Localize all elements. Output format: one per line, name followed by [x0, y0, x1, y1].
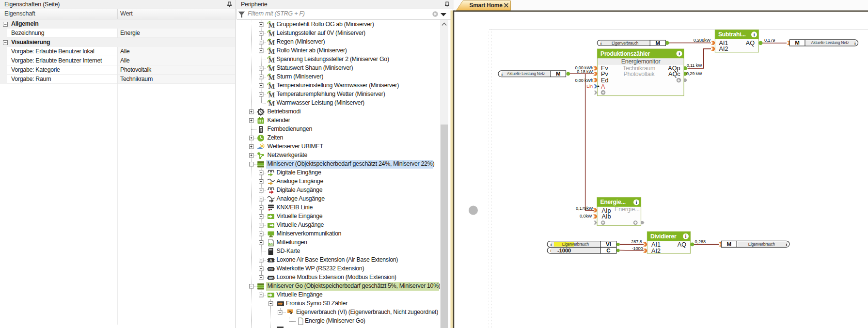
svg-text:AQ: AQ [678, 241, 686, 248]
svg-text:0,179kW: 0,179kW [576, 206, 593, 211]
svg-text:Produktionszähler: Produktionszähler [600, 50, 650, 57]
svg-text:M: M [268, 30, 275, 37]
svg-text:M: M [268, 39, 275, 46]
svg-text:M: M [268, 47, 275, 55]
svg-text:M: M [268, 65, 275, 72]
svg-text:AI1: AI1 [651, 241, 661, 248]
svg-text:MB: MB [269, 276, 274, 279]
svg-text:A: A [601, 83, 605, 90]
svg-text:M: M [268, 21, 275, 29]
svg-text:Energie...: Energie... [600, 199, 626, 205]
svg-text:AQc: AQc [668, 71, 680, 78]
svg-text:0,00 kWh: 0,00 kWh [575, 78, 593, 83]
svg-text:C: C [606, 248, 610, 253]
svg-text:AIb: AIb [602, 213, 611, 220]
svg-text:0,288: 0,288 [695, 239, 706, 244]
svg-text:Energie...: Energie... [615, 206, 640, 213]
svg-text:LOG: LOG [268, 243, 273, 245]
svg-text:0,18 kW: 0,18 kW [577, 69, 593, 74]
svg-text:Aktuelle Leistung Netz: Aktuelle Leistung Netz [811, 41, 849, 45]
svg-text:-1000: -1000 [632, 246, 643, 251]
svg-text:M: M [655, 40, 660, 46]
svg-text:-1000: -1000 [557, 248, 571, 253]
svg-text:Photovoltaik: Photovoltaik [624, 71, 655, 78]
svg-text:i: i [679, 51, 680, 56]
svg-text:Eigenverbrauch: Eigenverbrauch [748, 242, 775, 247]
svg-text:-287,8: -287,8 [630, 239, 642, 244]
svg-text:M: M [268, 74, 275, 81]
svg-text:i: i [685, 234, 687, 239]
svg-text:Eigenverbrauch: Eigenverbrauch [562, 242, 589, 247]
svg-text:A: A [269, 258, 272, 263]
svg-text:AI2: AI2 [651, 248, 661, 254]
svg-text:M: M [268, 100, 275, 107]
svg-text:M: M [726, 241, 731, 247]
svg-text:VI: VI [606, 241, 611, 247]
svg-text:0,11 kW: 0,11 kW [687, 63, 702, 68]
svg-text:i: i [754, 32, 755, 37]
svg-text:M: M [795, 40, 800, 46]
svg-text:0,29 kW: 0,29 kW [686, 71, 702, 76]
svg-text:AI2: AI2 [719, 46, 728, 52]
svg-text:Pv: Pv [601, 71, 608, 78]
svg-text:AQ: AQ [746, 40, 755, 47]
svg-text:232: 232 [268, 267, 273, 270]
svg-text:0,179: 0,179 [764, 38, 775, 43]
svg-text:i: i [636, 200, 637, 205]
svg-text:M: M [268, 82, 275, 90]
svg-text:M: M [268, 56, 275, 63]
svg-text:0,0kW: 0,0kW [580, 214, 592, 219]
svg-text:Ein: Ein [586, 84, 593, 89]
svg-text:Dividierer: Dividierer [650, 233, 677, 240]
svg-text:0,288kW: 0,288kW [694, 38, 711, 43]
svg-text:Smart Home: Smart Home [470, 2, 503, 9]
svg-text:Subtrahi...: Subtrahi... [718, 31, 746, 38]
svg-text:Eigenverbrauch: Eigenverbrauch [612, 41, 639, 46]
svg-text:M: M [556, 71, 561, 77]
svg-text:M: M [268, 91, 275, 98]
svg-text:Aktuelle Leistung Netz: Aktuelle Leistung Netz [507, 72, 545, 76]
svg-text:Ed: Ed [601, 77, 608, 84]
svg-text:Energiemonitor: Energiemonitor [621, 58, 661, 65]
